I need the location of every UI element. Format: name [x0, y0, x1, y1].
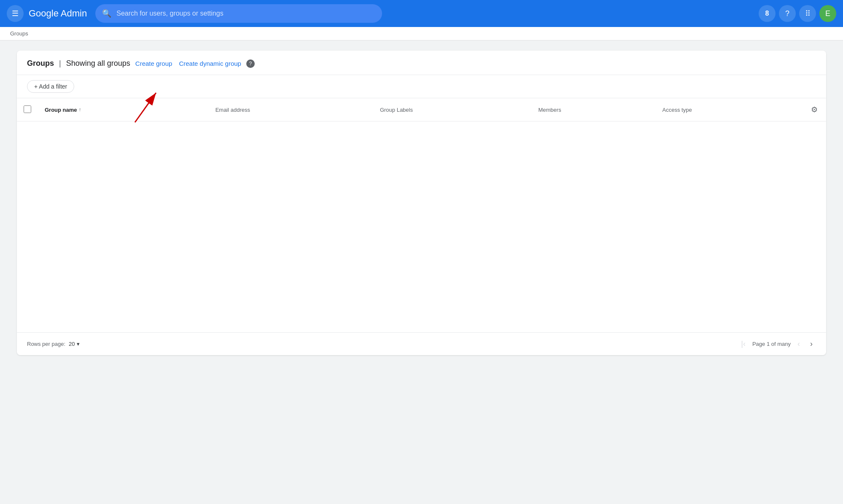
th-select-all [17, 98, 38, 121]
nav-icons: 8 ? ⠿ E [759, 5, 836, 22]
rows-per-page-value: 20 [69, 341, 75, 347]
table-header: Group name ↑ Email address Group Labels … [17, 98, 826, 121]
table-settings-button[interactable]: ⚙ [809, 103, 819, 116]
th-group-name[interactable]: Group name ↑ [38, 98, 209, 121]
th-members[interactable]: Members [531, 98, 655, 121]
prev-page-button[interactable]: ‹ [794, 338, 803, 350]
th-group-labels[interactable]: Group Labels [373, 98, 532, 121]
chevron-down-icon: ▾ [77, 341, 80, 347]
support-button[interactable]: 8 [759, 5, 776, 22]
search-icon: 🔍 [102, 9, 111, 18]
breadcrumb: Groups [0, 27, 843, 40]
th-email-address[interactable]: Email address [209, 98, 373, 121]
card-title-section: Groups | Showing all groups Create group… [27, 59, 816, 68]
google-admin-logo: Google Admin [29, 8, 87, 19]
avatar-button[interactable]: E [819, 5, 836, 22]
create-group-button[interactable]: Create group [134, 60, 174, 67]
rows-per-page-section: Rows per page: 20 ▾ [27, 341, 80, 347]
menu-icon: ☰ [12, 9, 19, 18]
th-settings: ⚙ [803, 98, 826, 121]
groups-table-container: Group name ↑ Email address Group Labels … [17, 98, 826, 332]
help-tooltip-icon[interactable]: ? [246, 59, 255, 68]
rows-per-page-label: Rows per page: [27, 341, 65, 347]
search-input[interactable] [116, 10, 375, 17]
rows-per-page-selector[interactable]: 20 ▾ [69, 341, 79, 347]
sort-asc-icon: ↑ [79, 107, 81, 113]
add-filter-button[interactable]: + Add a filter [27, 80, 74, 93]
pagination-section: |‹ Page 1 of many ‹ › [738, 338, 816, 350]
support-icon: 8 [765, 10, 769, 17]
table-body [17, 121, 826, 332]
select-all-checkbox[interactable] [24, 105, 31, 113]
prev-page-icon: ‹ [797, 340, 800, 348]
logo-text: Google Admin [29, 8, 87, 19]
main-content: Groups | Showing all groups Create group… [0, 40, 843, 365]
card-footer: Rows per page: 20 ▾ |‹ Page 1 of many ‹ … [17, 332, 826, 355]
help-button[interactable]: ? [779, 5, 796, 22]
create-dynamic-group-button[interactable]: Create dynamic group [177, 60, 243, 67]
help-icon: ? [785, 9, 789, 18]
top-navigation: ☰ Google Admin 🔍 8 ? ⠿ E [0, 0, 843, 27]
page-title-sub: Showing all groups [66, 59, 130, 68]
menu-button[interactable]: ☰ [7, 5, 24, 22]
settings-gear-icon: ⚙ [811, 105, 818, 114]
empty-table-row [17, 121, 826, 332]
groups-card: Groups | Showing all groups Create group… [17, 51, 826, 355]
groups-table: Group name ↑ Email address Group Labels … [17, 98, 826, 332]
page-info: Page 1 of many [752, 341, 791, 347]
th-access-type[interactable]: Access type [656, 98, 803, 121]
next-page-icon: › [810, 340, 813, 348]
title-separator: | [59, 59, 61, 68]
card-header: Groups | Showing all groups Create group… [17, 51, 826, 75]
filter-bar: + Add a filter [17, 75, 826, 98]
apps-button[interactable]: ⠿ [799, 5, 816, 22]
add-filter-label: + Add a filter [34, 83, 67, 90]
first-page-icon: |‹ [741, 340, 746, 348]
avatar-letter: E [825, 9, 830, 18]
next-page-button[interactable]: › [807, 338, 816, 350]
apps-icon: ⠿ [805, 9, 811, 18]
search-bar: 🔍 [95, 4, 382, 23]
page-title-bold: Groups [27, 59, 54, 68]
first-page-button[interactable]: |‹ [738, 338, 749, 350]
